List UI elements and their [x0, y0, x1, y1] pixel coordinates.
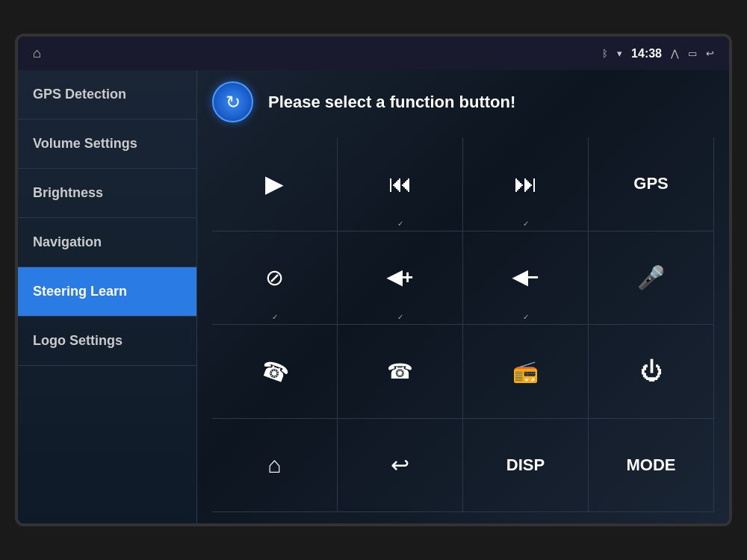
- disp-label: DISP: [506, 455, 545, 475]
- device-frame: ⌂ ᛒ ▾ 14:38 ⋀ ▭ ↩ GPS Detection Volume S…: [15, 34, 732, 526]
- home-status-icon[interactable]: ⌂: [33, 46, 41, 61]
- rewind-icon: ⏮: [388, 170, 412, 198]
- refresh-button[interactable]: ↻: [212, 81, 253, 122]
- gps-button[interactable]: GPS: [589, 137, 714, 231]
- gps-label: GPS: [633, 174, 668, 193]
- window-icon: ▭: [688, 48, 697, 59]
- chevron-icon: ⋀: [671, 48, 679, 59]
- wifi-icon: ▾: [617, 48, 622, 59]
- mic-icon: 🎤: [637, 264, 665, 290]
- disp-button[interactable]: DISP: [463, 419, 589, 513]
- fast-forward-icon: ⏭: [514, 170, 538, 198]
- hangup-icon: ☎: [387, 359, 413, 384]
- vol-up-check: ✓: [397, 313, 403, 321]
- rewind-check: ✓: [397, 220, 403, 228]
- status-bar: ⌂ ᛒ ▾ 14:38 ⋀ ▭ ↩: [18, 37, 729, 70]
- phone-button[interactable]: ☎: [212, 325, 338, 419]
- mic-button[interactable]: 🎤: [589, 231, 714, 326]
- sidebar-item-gps-detection[interactable]: GPS Detection: [18, 70, 196, 119]
- time-display: 14:38: [631, 47, 662, 60]
- mute-button[interactable]: ⊘ ✓: [212, 231, 338, 326]
- rewind-button[interactable]: ⏮ ✓: [338, 137, 463, 231]
- bluetooth-icon: ᛒ: [602, 48, 608, 59]
- fast-forward-check: ✓: [523, 220, 529, 228]
- play-icon: ▶: [265, 169, 284, 198]
- volume-down-icon: ◀−: [512, 266, 539, 289]
- mute-icon: ⊘: [265, 264, 284, 290]
- mode-label: MODE: [627, 455, 676, 475]
- main-content: GPS Detection Volume Settings Brightness…: [18, 70, 729, 523]
- mode-button[interactable]: MODE: [589, 419, 714, 513]
- status-left: ⌂: [33, 46, 41, 61]
- sidebar-item-volume-settings[interactable]: Volume Settings: [18, 119, 196, 169]
- function-button-grid: ▶ ⏮ ✓ ⏭ ✓ GPS ⊘ ✓ ◀+: [212, 137, 714, 512]
- right-panel: ↻ Please select a function button! ▶ ⏮ ✓…: [197, 70, 729, 523]
- back-icon: ↩: [391, 452, 409, 478]
- sidebar-item-logo-settings[interactable]: Logo Settings: [18, 317, 196, 366]
- back-button[interactable]: ↩: [338, 419, 463, 513]
- sidebar: GPS Detection Volume Settings Brightness…: [18, 70, 197, 523]
- hangup-button[interactable]: ☎: [338, 325, 463, 419]
- power-icon: ⏻: [640, 358, 663, 384]
- fast-forward-button[interactable]: ⏭ ✓: [463, 137, 589, 231]
- volume-up-icon: ◀+: [387, 266, 413, 289]
- phone-icon: ☎: [257, 354, 292, 388]
- sidebar-item-steering-learn[interactable]: Steering Learn: [18, 267, 196, 317]
- radio-button[interactable]: 📻: [463, 325, 589, 419]
- mute-check: ✓: [272, 313, 278, 321]
- panel-title: Please select a function button!: [268, 93, 515, 112]
- volume-up-button[interactable]: ◀+ ✓: [338, 231, 463, 326]
- sidebar-item-brightness[interactable]: Brightness: [18, 169, 196, 218]
- radio-icon: 📻: [512, 359, 539, 384]
- power-button[interactable]: ⏻: [589, 325, 714, 419]
- panel-header: ↻ Please select a function button!: [212, 81, 714, 122]
- back-status-icon[interactable]: ↩: [706, 48, 714, 59]
- status-right: ᛒ ▾ 14:38 ⋀ ▭ ↩: [602, 47, 714, 60]
- vol-down-check: ✓: [523, 313, 529, 321]
- home-icon: ⌂: [267, 452, 281, 478]
- volume-down-button[interactable]: ◀− ✓: [463, 231, 589, 326]
- sidebar-item-navigation[interactable]: Navigation: [18, 218, 196, 267]
- home-button[interactable]: ⌂: [212, 419, 338, 513]
- play-button[interactable]: ▶: [212, 137, 338, 231]
